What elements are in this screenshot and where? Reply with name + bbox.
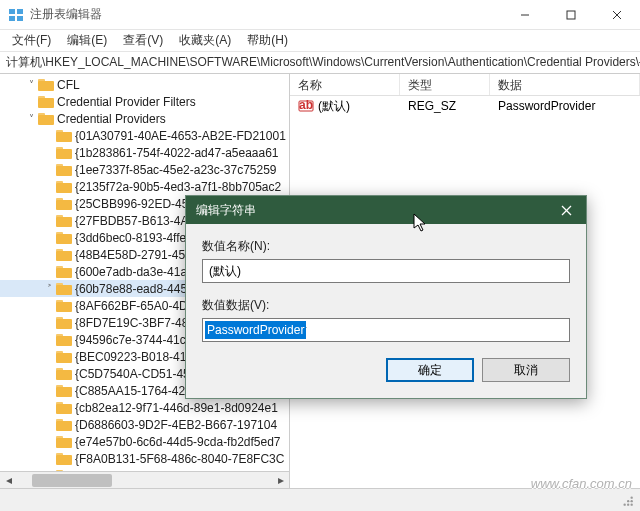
folder-icon <box>56 146 72 159</box>
edit-string-dialog: 编辑字符串 数值名称(N): 数值数据(V): PasswordProvider… <box>185 195 587 399</box>
scroll-left-arrow[interactable]: ◂ <box>0 472 17 489</box>
tree-item-label: {3dd6bec0-8193-4ffe- <box>75 231 190 245</box>
col-name[interactable]: 名称 <box>290 74 400 95</box>
tree-item-label: {e74e57b0-6c6d-44d5-9cda-fb2df5ed7 <box>75 435 281 449</box>
tree-expander-icon[interactable]: ˅ <box>24 79 38 90</box>
folder-icon <box>56 452 72 465</box>
tree-item-label: {1b283861-754f-4022-ad47-a5eaaa61 <box>75 146 279 160</box>
col-type[interactable]: 类型 <box>400 74 490 95</box>
folder-icon <box>56 333 72 346</box>
tree-item-label: {C885AA15-1764-429 <box>75 384 192 398</box>
svg-point-64 <box>624 504 626 506</box>
maximize-button[interactable] <box>548 0 594 30</box>
menu-help[interactable]: 帮助(H) <box>239 30 296 51</box>
tree-item-label: CFL <box>57 78 80 92</box>
menu-file[interactable]: 文件(F) <box>4 30 59 51</box>
tree-item[interactable]: {D6886603-9D2F-4EB2-B667-197104 <box>0 416 289 433</box>
window-buttons <box>502 0 640 30</box>
svg-rect-35 <box>56 302 72 312</box>
menu-bar: 文件(F) 编辑(E) 查看(V) 收藏夹(A) 帮助(H) <box>0 30 640 52</box>
svg-rect-9 <box>38 81 54 91</box>
cancel-button[interactable]: 取消 <box>482 358 570 382</box>
tree-item[interactable]: {2135f72a-90b5-4ed3-a7f1-8bb705ac2 <box>0 178 289 195</box>
folder-icon <box>56 367 72 380</box>
tree-item[interactable]: {F8A0B131-5F68-486c-8040-7E8FC3C <box>0 450 289 467</box>
svg-rect-41 <box>56 353 72 363</box>
svg-rect-31 <box>56 268 72 278</box>
tree-item[interactable]: {1ee7337f-85ac-45e2-a23c-37c75259 <box>0 161 289 178</box>
value-name-input[interactable] <box>202 259 570 283</box>
folder-icon <box>38 78 54 91</box>
tree-expander-icon[interactable]: ˃ <box>42 283 56 294</box>
svg-rect-23 <box>56 200 72 210</box>
svg-rect-45 <box>56 387 72 397</box>
svg-rect-29 <box>56 251 72 261</box>
cell-data: PasswordProvider <box>490 99 640 113</box>
tree-item-label: {2135f72a-90b5-4ed3-a7f1-8bb705ac2 <box>75 180 281 194</box>
dialog-title: 编辑字符串 <box>196 202 546 219</box>
tree-item[interactable]: {1b283861-754f-4022-ad47-a5eaaa61 <box>0 144 289 161</box>
tree-item-label: {60b78e88-ead8-445d <box>75 282 194 296</box>
svg-point-62 <box>631 504 633 506</box>
tree-item[interactable]: Credential Provider Filters <box>0 93 289 110</box>
svg-rect-37 <box>56 319 72 329</box>
svg-rect-13 <box>38 115 54 125</box>
tree-item-label: {BEC09223-B018-416 <box>75 350 193 364</box>
folder-icon <box>56 299 72 312</box>
dialog-close-button[interactable] <box>546 196 586 224</box>
folder-icon <box>56 214 72 227</box>
tree-item-label: {F8A0B131-5F68-486c-8040-7E8FC3C <box>75 452 284 466</box>
close-button[interactable] <box>594 0 640 30</box>
svg-rect-25 <box>56 217 72 227</box>
menu-view[interactable]: 查看(V) <box>115 30 171 51</box>
tree-item-label: {1ee7337f-85ac-45e2-a23c-37c75259 <box>75 163 277 177</box>
tree-item-label: {cb82ea12-9f71-446d-89e1-8d0924e1 <box>75 401 278 415</box>
tree-item[interactable]: ˅CFL <box>0 76 289 93</box>
string-value-icon: ab <box>298 98 314 114</box>
value-name-label: 数值名称(N): <box>202 238 570 255</box>
minimize-button[interactable] <box>502 0 548 30</box>
menu-favorites[interactable]: 收藏夹(A) <box>171 30 239 51</box>
address-bar[interactable]: 计算机\HKEY_LOCAL_MACHINE\SOFTWARE\Microsof… <box>0 52 640 74</box>
tree-item[interactable]: {cb82ea12-9f71-446d-89e1-8d0924e1 <box>0 399 289 416</box>
tree-item-label: {48B4E58D-2791-456 <box>75 248 192 262</box>
folder-icon <box>56 265 72 278</box>
app-icon <box>8 7 24 23</box>
svg-rect-51 <box>56 438 72 448</box>
svg-rect-2 <box>9 16 15 21</box>
list-row[interactable]: ab (默认) REG_SZ PasswordProvider <box>290 96 640 116</box>
value-data-selection: PasswordProvider <box>205 321 306 339</box>
tree-item[interactable]: ˅Credential Providers <box>0 110 289 127</box>
folder-icon <box>56 129 72 142</box>
resize-grip-icon[interactable] <box>620 493 634 507</box>
col-data[interactable]: 数据 <box>490 74 640 95</box>
svg-rect-21 <box>56 183 72 193</box>
svg-rect-53 <box>56 455 72 465</box>
svg-rect-5 <box>567 11 575 19</box>
tree-horizontal-scrollbar[interactable]: ◂ ▸ <box>0 471 289 488</box>
svg-point-67 <box>631 497 633 499</box>
scroll-right-arrow[interactable]: ▸ <box>272 472 289 489</box>
svg-rect-47 <box>56 404 72 414</box>
dialog-title-bar[interactable]: 编辑字符串 <box>186 196 586 224</box>
tree-item-label: {8AF662BF-65A0-4D0 <box>75 299 194 313</box>
window-title: 注册表编辑器 <box>30 6 502 23</box>
folder-icon <box>56 401 72 414</box>
ok-button[interactable]: 确定 <box>386 358 474 382</box>
tree-item[interactable]: {01A30791-40AE-4653-AB2E-FD21001 <box>0 127 289 144</box>
svg-rect-0 <box>9 9 15 14</box>
svg-rect-17 <box>56 149 72 159</box>
cell-type: REG_SZ <box>400 99 490 113</box>
menu-edit[interactable]: 编辑(E) <box>59 30 115 51</box>
tree-expander-icon[interactable]: ˅ <box>24 113 38 124</box>
svg-rect-11 <box>38 98 54 108</box>
svg-rect-49 <box>56 421 72 431</box>
scroll-thumb[interactable] <box>32 474 112 487</box>
svg-rect-43 <box>56 370 72 380</box>
tree-item-label: {94596c7e-3744-41ce <box>75 333 192 347</box>
folder-icon <box>38 95 54 108</box>
svg-rect-33 <box>56 285 72 295</box>
svg-text:ab: ab <box>299 98 313 112</box>
folder-icon <box>56 316 72 329</box>
tree-item[interactable]: {e74e57b0-6c6d-44d5-9cda-fb2df5ed7 <box>0 433 289 450</box>
